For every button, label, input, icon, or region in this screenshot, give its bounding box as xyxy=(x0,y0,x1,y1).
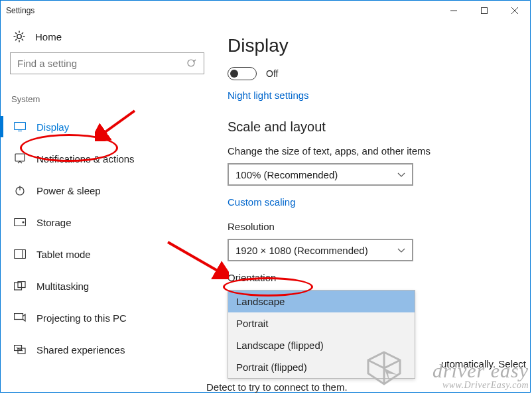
settings-window: Settings Home xyxy=(0,0,531,393)
sidebar-item-label: Projecting to this PC xyxy=(36,312,127,324)
minimize-icon xyxy=(450,7,457,14)
scale-select[interactable]: 100% (Recommended) xyxy=(228,163,413,186)
orientation-option-portrait[interactable]: Portrait xyxy=(228,312,415,334)
sidebar-item-label: Multitasking xyxy=(36,281,89,292)
search-icon xyxy=(186,58,197,69)
svg-point-13 xyxy=(23,222,24,223)
minimize-button[interactable] xyxy=(438,1,469,21)
watermark-logo-icon xyxy=(364,348,404,388)
svg-point-5 xyxy=(188,60,194,66)
main-content: Display Off Night light settings Scale a… xyxy=(206,23,530,392)
resolution-value: 1920 × 1080 (Recommended) xyxy=(235,245,368,256)
annotation-circle-orientation xyxy=(223,277,313,296)
custom-scaling-link[interactable]: Custom scaling xyxy=(228,196,296,208)
sidebar-item-label: Storage xyxy=(36,217,72,228)
maximize-button[interactable] xyxy=(469,1,499,21)
annotation-arrow-2 xyxy=(163,238,229,279)
window-title: Settings xyxy=(6,6,34,15)
scale-value: 100% (Recommended) xyxy=(235,169,338,180)
sidebar-item-shared[interactable]: Shared experiences xyxy=(10,334,206,365)
home-link[interactable]: Home xyxy=(10,23,206,52)
truncated-text-right: utomatically. Select xyxy=(441,358,526,369)
svg-rect-9 xyxy=(15,154,25,161)
svg-line-24 xyxy=(168,242,221,273)
search-box[interactable] xyxy=(10,52,204,74)
titlebar: Settings xyxy=(1,1,530,21)
resolution-label: Resolution xyxy=(228,221,530,232)
window-controls xyxy=(438,1,530,21)
power-icon xyxy=(14,184,26,196)
sidebar-item-label: Display xyxy=(36,121,69,133)
toggle-row: Off xyxy=(228,67,530,80)
night-light-link[interactable]: Night light settings xyxy=(228,90,309,101)
sidebar-item-label: Tablet mode xyxy=(36,249,91,260)
multitasking-icon xyxy=(14,280,26,292)
maximize-icon xyxy=(481,7,488,14)
scale-size-label: Change the size of text, apps, and other… xyxy=(228,145,530,157)
scale-heading: Scale and layout xyxy=(228,119,530,135)
sidebar-item-label: Shared experiences xyxy=(36,344,125,356)
home-label: Home xyxy=(35,31,62,42)
page-title: Display xyxy=(228,35,530,56)
sidebar: Home System Display Notifications & acti… xyxy=(1,23,206,392)
truncated-text-bottom: Detect to try to connect to them. xyxy=(206,381,348,393)
tablet-icon xyxy=(14,248,26,260)
night-light-toggle[interactable] xyxy=(228,67,257,80)
sidebar-item-storage[interactable]: Storage xyxy=(10,206,206,238)
display-icon xyxy=(14,121,26,133)
shared-icon xyxy=(14,344,26,356)
search-input[interactable] xyxy=(17,58,170,69)
storage-icon xyxy=(14,216,26,228)
sidebar-item-power[interactable]: Power & sleep xyxy=(10,174,206,206)
resolution-select[interactable]: 1920 × 1080 (Recommended) xyxy=(228,239,413,261)
close-button[interactable] xyxy=(499,1,530,21)
chevron-down-icon xyxy=(397,246,405,254)
sidebar-item-label: Power & sleep xyxy=(36,185,101,196)
annotation-arrow-1 xyxy=(95,107,141,141)
svg-rect-14 xyxy=(15,250,26,259)
close-icon xyxy=(511,7,518,14)
gear-icon xyxy=(13,30,26,43)
notifications-icon xyxy=(14,153,26,164)
projecting-icon xyxy=(14,312,26,324)
toggle-label: Off xyxy=(266,68,278,79)
svg-rect-7 xyxy=(15,123,26,130)
svg-point-4 xyxy=(17,34,21,38)
sidebar-item-projecting[interactable]: Projecting to this PC xyxy=(10,302,206,334)
svg-rect-18 xyxy=(15,314,23,320)
chevron-down-icon xyxy=(397,170,405,178)
svg-line-22 xyxy=(101,111,135,135)
section-label: System xyxy=(11,94,206,104)
svg-rect-1 xyxy=(482,8,488,14)
